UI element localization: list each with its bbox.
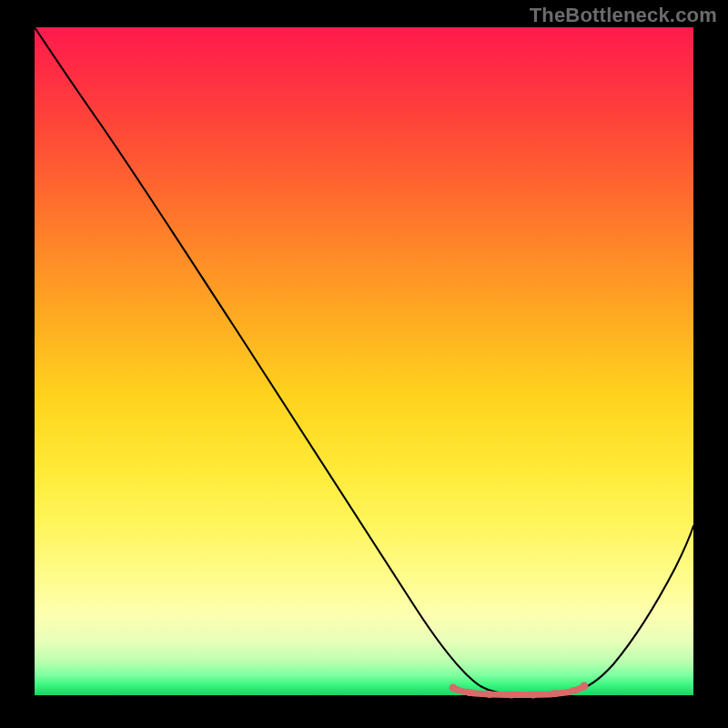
optimal-region-dot (466, 689, 473, 696)
optimal-region-dot (508, 692, 515, 699)
watermark-text: TheBottleneck.com (530, 4, 717, 27)
curve-layer (35, 27, 693, 695)
optimal-region-dot (581, 682, 589, 691)
chart-frame: TheBottleneck.com (0, 0, 728, 728)
plot-area (35, 27, 693, 695)
optimal-region-dot (450, 684, 458, 693)
optimal-region-dot (530, 692, 537, 699)
optimal-region-dot (570, 687, 577, 694)
bottleneck-curve (35, 27, 693, 694)
optimal-region-dot (486, 691, 493, 698)
optimal-region-dot (551, 690, 559, 697)
